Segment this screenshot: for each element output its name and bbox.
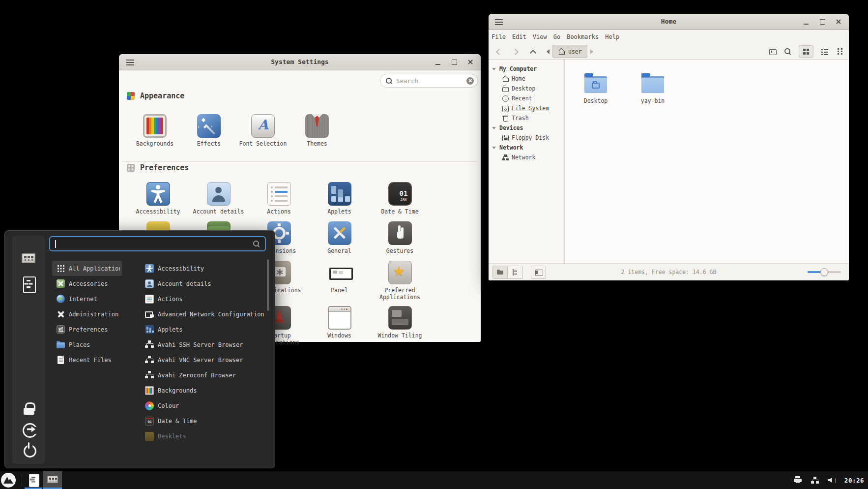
menu-app-item[interactable]: Account details [143,276,268,291]
settings-item[interactable]: Actions [249,182,309,215]
settings-titlebar[interactable]: System Settings [119,54,481,70]
settings-item[interactable]: Backgrounds [128,114,182,147]
menu-category[interactable]: Preferences [52,322,122,337]
category-icon [57,342,65,348]
menu-app-item[interactable]: Advanced Network Configuration [143,306,268,322]
app-label: Date & Time [158,418,197,425]
up-button[interactable] [529,48,537,56]
lock-screen-button[interactable] [19,399,38,419]
settings-item[interactable]: Accessibility [128,182,188,215]
minimize-button[interactable] [800,16,812,27]
settings-item[interactable]: Window Tiling [370,306,430,346]
file-item[interactable]: yay-bin [630,72,675,104]
menu-category[interactable]: Internet [52,291,122,306]
menu-category[interactable]: Accessories [52,276,122,291]
maximize-button[interactable] [816,16,829,27]
file-item[interactable]: Desktop [573,72,618,104]
settings-item[interactable]: Font Selection [236,114,290,147]
zoom-slider[interactable] [808,271,841,273]
taskbar-file-manager-button[interactable] [25,471,42,488]
menu-app-item[interactable]: Avahi Zeroconf Browser [143,367,268,383]
settings-item[interactable]: Date & Time [370,182,430,215]
close-button[interactable] [832,16,845,27]
settings-item[interactable]: Effects [182,114,236,147]
clear-search-icon[interactable] [466,77,474,85]
settings-item[interactable]: Panel [309,261,370,301]
system-settings-shortcut-button[interactable] [19,248,38,268]
menubar-item[interactable]: Help [605,33,619,40]
shutdown-button[interactable] [19,439,38,459]
logout-button[interactable] [19,419,38,439]
breadcrumb-location-button[interactable]: user [552,45,587,58]
settings-item-icon [207,182,231,206]
settings-item[interactable]: General [309,221,370,254]
menu-search-input[interactable] [49,236,266,251]
file-manager-shortcut-button[interactable] [19,274,38,294]
app-label: Actions [158,296,183,303]
clock[interactable]: 20:26 [844,477,864,484]
taskbar-system-settings-button[interactable] [43,471,62,488]
places-toggle-button[interactable] [492,266,508,279]
menu-app-item[interactable]: Backgrounds [143,383,268,398]
settings-item[interactable]: Applets [309,182,370,215]
menu-app-item[interactable]: Actions [143,291,268,306]
menu-app-item[interactable]: Applets [143,322,268,337]
menu-category[interactable]: Administration [52,306,122,322]
sidebar-section-my-computer[interactable]: My Computer [489,64,564,74]
menu-app-item[interactable]: Avahi SSH Server Browser [143,337,268,352]
menubar-item[interactable]: Bookmarks [567,33,599,40]
settings-item[interactable]: Windows [309,306,370,346]
forward-button[interactable] [512,48,520,56]
breadcrumb-left-button[interactable] [544,45,552,58]
menu-app-item[interactable]: Colour [143,398,268,413]
grid-view-button[interactable] [799,45,813,58]
settings-item[interactable]: Preferred Applications [370,261,430,301]
compact-view-button[interactable] [836,48,844,56]
treeview-toggle-button[interactable] [508,266,523,279]
menubar-item[interactable]: Go [553,33,560,40]
menu-category[interactable]: All Applications [52,261,122,276]
menu-scrollbar[interactable] [267,259,269,311]
volume-tray-icon[interactable] [828,476,836,484]
menu-category[interactable]: Places [52,337,122,352]
sidebar-item-label: Floppy Disk [512,134,549,141]
network-tray-icon[interactable] [810,476,819,484]
settings-item[interactable]: Gestures [370,221,430,254]
settings-item[interactable]: Account details [188,182,249,215]
zoom-slider-knob[interactable] [820,268,828,276]
sidebar-section-devices[interactable]: Devices [489,123,564,133]
menu-button[interactable] [1,473,16,488]
sidebar-item[interactable]: Network [489,153,564,162]
menubar-item[interactable]: View [533,33,547,40]
sidebar-item[interactable]: Trash [489,113,564,123]
menubar-item[interactable]: Edit [512,33,526,40]
menu-app-item[interactable]: Desklets [143,428,268,444]
settings-item[interactable]: Themes [290,114,344,147]
menu-app-item[interactable]: Date & Time [143,413,268,428]
sidebar-item[interactable]: File System [489,103,564,113]
menu-app-item[interactable]: Accessibility [143,261,268,276]
sidebar-item[interactable]: Desktop [489,84,564,93]
sidebar-item[interactable]: Recent [489,93,564,103]
fm-titlebar[interactable]: Home [489,14,849,30]
sidebar-section-network[interactable]: Network [489,143,564,153]
sidebar-item[interactable]: Floppy Disk [489,133,564,143]
settings-window-title: System Settings [119,58,481,65]
close-button[interactable] [464,57,477,67]
list-view-button[interactable] [821,48,829,56]
menu-app-item[interactable]: Avahi VNC Server Browser [143,352,268,367]
back-button[interactable] [494,48,502,56]
minimize-button[interactable] [432,57,444,67]
sidebar-item-label: Home [512,75,525,82]
menubar-item[interactable]: File [492,33,506,40]
sidebar-item[interactable]: Home [489,74,564,84]
printer-tray-icon[interactable] [793,476,802,484]
breadcrumb-right-button[interactable] [587,45,596,58]
maximize-button[interactable] [448,57,461,67]
search-button[interactable] [784,48,791,55]
system-settings-icon [46,473,59,486]
hide-sidebar-button[interactable] [531,266,546,279]
toggle-location-entry-button[interactable] [769,48,777,56]
settings-search-input[interactable]: Search [380,74,478,88]
menu-category[interactable]: Recent Files [52,352,122,367]
